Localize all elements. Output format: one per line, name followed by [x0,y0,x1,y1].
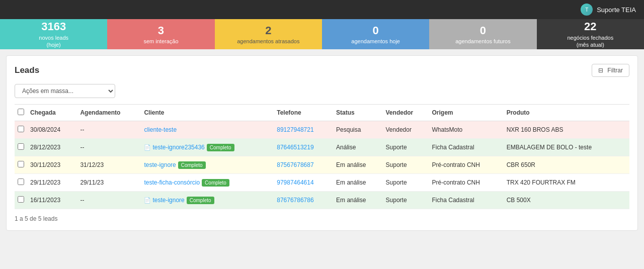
phone-link[interactable]: 89127948721 [277,126,313,133]
cell-chegada: 16/11/2023 [27,192,77,209]
stat-agend-atrasados-label: agendamentos atrasados [237,38,299,45]
brand-label: Suporte TEIA [597,6,636,14]
cell-produto: EMBALAGEM DE BOLO - teste [504,139,629,156]
stat-agend-hoje-num: 0 [373,24,379,38]
cell-produto: CBR 650R [504,156,629,174]
cell-origem: Pré-contrato CNH [429,156,504,174]
stat-novos-leads[interactable]: 3163 novos leads(hoje) [0,19,107,49]
page-title: Leads [15,65,39,75]
cell-chegada: 30/08/2024 [27,121,77,139]
cell-origem: Ficha Cadastral [429,139,504,156]
col-vendedor: Vendedor [383,105,429,121]
col-produto: Produto [504,105,629,121]
doc-icon: 📄 [144,144,151,150]
stat-agend-hoje[interactable]: 0 agendamentos hoje [322,19,429,49]
col-cliente: Cliente [141,105,274,121]
row-checkbox[interactable] [18,126,24,132]
phone-link[interactable]: 97987464614 [277,179,313,186]
filter-button[interactable]: Filtrar [592,64,629,77]
stat-agend-atrasados[interactable]: 2 agendamentos atrasados [215,19,322,49]
filter-label: Filtrar [607,67,623,74]
section-header: Leads Filtrar [15,64,629,77]
leads-table: Chegada Agendamento Cliente Telefone Sta… [15,104,629,209]
cell-cliente: teste-ficha-consórcioCompleto [141,174,274,192]
status-badge: Completo [187,197,214,204]
cell-status: Em análise [333,156,382,174]
row-checkbox-cell [15,139,27,156]
row-checkbox[interactable] [18,178,24,185]
row-checkbox-cell [15,121,27,139]
row-checkbox[interactable] [18,161,24,167]
status-badge: Completo [207,144,234,151]
table-row: 28/12/2023--📄teste-ignore235436Completo8… [15,139,629,156]
stat-sem-interacao-num: 3 [158,24,164,38]
col-origem: Origem [429,105,504,121]
cell-cliente: cliente-teste [141,121,274,139]
cell-telefone: 97987464614 [274,174,333,192]
status-badge: Completo [178,161,206,169]
stat-novos-leads-label: novos leads(hoje) [39,34,68,49]
cell-origem: WhatsMoto [429,121,504,139]
row-checkbox[interactable] [18,143,24,150]
brand: T Suporte TEIA [581,4,636,16]
row-checkbox-cell [15,174,27,192]
table-row: 29/11/202329/11/23teste-ficha-consórcioC… [15,174,629,192]
cell-agendamento: -- [77,121,141,139]
phone-link[interactable]: 87646513219 [277,144,313,151]
cell-cliente: 📄teste-ignoreCompleto [141,192,274,209]
stat-agend-atrasados-num: 2 [265,24,271,38]
phone-link[interactable]: 87676786786 [277,197,313,204]
status-badge: Completo [202,179,229,187]
stat-agend-hoje-label: agendamentos hoje [351,38,400,45]
cell-vendedor: Vendedor [383,121,429,139]
select-all-checkbox[interactable] [18,109,24,115]
stat-agend-futuros-label: agendamentos futuros [455,38,510,45]
cell-vendedor: Suporte [383,192,429,209]
cell-agendamento: -- [77,139,141,156]
phone-link[interactable]: 87567678687 [277,161,313,168]
stat-agend-futuros[interactable]: 0 agendamentos futuros [429,19,536,49]
cell-chegada: 29/11/2023 [27,174,77,192]
table-header-row: Chegada Agendamento Cliente Telefone Sta… [15,105,629,121]
cell-cliente: teste-ignoreCompleto [141,156,274,174]
actions-row: Ações em massa... [15,84,629,98]
cell-status: Em análise [333,192,382,209]
cell-origem: Pré-contrato CNH [429,174,504,192]
cell-status: Pesquisa [333,121,382,139]
stat-sem-interacao[interactable]: 3 sem interação [107,19,214,49]
table-row: 16/11/2023--📄teste-ignoreCompleto8767678… [15,192,629,209]
stat-negocios-fechados[interactable]: 22 negócios fechados(mês atual) [537,19,644,49]
cell-telefone: 89127948721 [274,121,333,139]
stat-negocios-fechados-label: negócios fechados(mês atual) [567,34,613,49]
client-link[interactable]: teste-ignore [152,197,184,204]
client-link[interactable]: teste-ignore [144,161,176,168]
cell-agendamento: 29/11/23 [77,174,141,192]
stat-agend-futuros-num: 0 [480,24,486,38]
row-checkbox[interactable] [18,196,24,203]
col-chegada: Chegada [27,105,77,121]
col-telefone: Telefone [274,105,333,121]
bulk-action-select[interactable]: Ações em massa... [15,84,115,98]
cell-vendedor: Suporte [383,156,429,174]
main-content: Leads Filtrar Ações em massa... Chegada … [6,55,638,231]
stat-novos-leads-num: 3163 [41,20,66,34]
cell-chegada: 28/12/2023 [27,139,77,156]
stats-row: 3163 novos leads(hoje) 3 sem interação 2… [0,19,644,49]
doc-icon: 📄 [144,197,151,203]
client-link[interactable]: teste-ficha-consórcio [144,179,200,186]
client-link[interactable]: cliente-teste [144,126,177,133]
cell-vendedor: Suporte [383,174,429,192]
cell-origem: Ficha Cadastral [429,192,504,209]
stat-negocios-fechados-num: 22 [584,20,596,34]
cell-status: Análise [333,139,382,156]
col-status: Status [333,105,382,121]
cell-agendamento: 31/12/23 [77,156,141,174]
cell-chegada: 30/11/2023 [27,156,77,174]
brand-icon: T [581,4,593,16]
row-checkbox-cell [15,156,27,174]
client-link[interactable]: teste-ignore235436 [152,144,204,151]
row-checkbox-cell [15,192,27,209]
cell-telefone: 87646513219 [274,139,333,156]
cell-telefone: 87676786786 [274,192,333,209]
topbar: T Suporte TEIA [0,0,644,19]
